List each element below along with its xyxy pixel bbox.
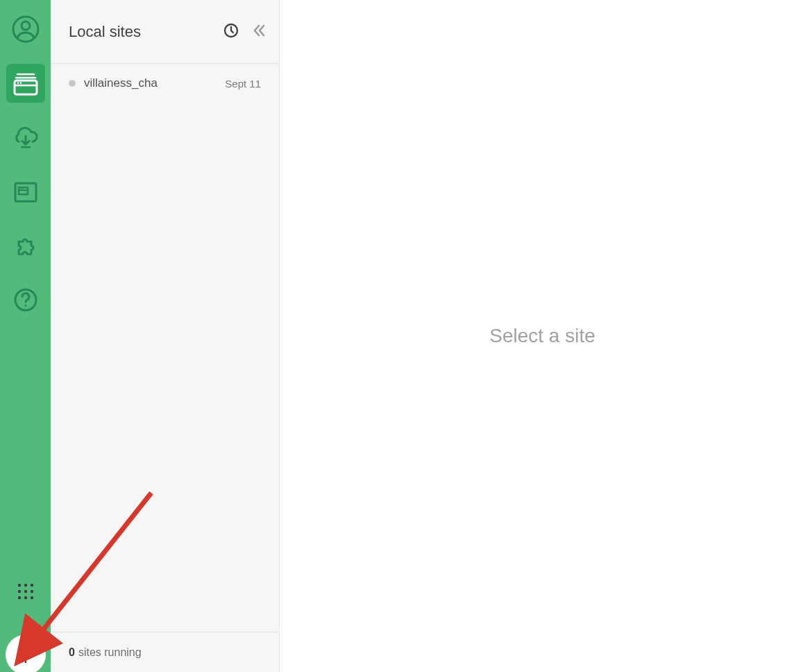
clock-icon — [223, 23, 239, 41]
help-icon — [13, 287, 38, 312]
nav-blueprints[interactable] — [6, 172, 45, 211]
running-label: sites running — [78, 646, 142, 659]
add-site-button[interactable] — [6, 635, 46, 672]
nav-rail — [0, 0, 51, 672]
running-count: 0 — [69, 646, 75, 659]
status-dot-icon — [69, 80, 76, 87]
site-name: villainess_cha — [84, 76, 225, 90]
svg-point-1 — [22, 22, 30, 30]
svg-point-24 — [30, 596, 33, 599]
svg-point-7 — [19, 82, 22, 84]
blueprint-icon — [12, 178, 40, 205]
chevron-left-double-icon — [251, 23, 266, 41]
svg-point-17 — [24, 584, 26, 587]
nav-menu-grid[interactable] — [6, 573, 45, 612]
site-row[interactable]: villainess_cha Sept 11 — [51, 64, 279, 103]
site-list-panel: Local sites — [51, 0, 280, 672]
grid-icon — [16, 582, 35, 604]
browser-icon — [12, 69, 40, 97]
profile-icon — [12, 15, 40, 43]
panel-footer: 0 sites running — [51, 632, 279, 672]
svg-point-6 — [17, 82, 19, 84]
svg-point-21 — [30, 590, 33, 593]
panel-title: Local sites — [69, 23, 223, 41]
svg-point-12 — [20, 188, 22, 190]
svg-point-19 — [17, 590, 20, 593]
svg-point-20 — [24, 590, 26, 593]
main-area: Select a site — [280, 0, 805, 672]
svg-point-13 — [22, 188, 24, 190]
collapse-panel-button[interactable] — [251, 23, 266, 41]
site-date: Sept 11 — [225, 78, 261, 90]
svg-point-22 — [17, 596, 20, 599]
svg-point-18 — [30, 584, 33, 587]
svg-point-23 — [24, 596, 26, 599]
plus-icon — [14, 643, 37, 666]
nav-profile[interactable] — [6, 10, 45, 49]
recent-sites-button[interactable] — [223, 23, 239, 41]
empty-state-text: Select a site — [489, 325, 595, 347]
nav-help[interactable] — [6, 280, 45, 319]
nav-addons[interactable] — [6, 226, 45, 265]
panel-header: Local sites — [51, 0, 279, 64]
cloud-download-icon — [12, 124, 40, 151]
svg-point-15 — [24, 304, 26, 306]
svg-point-16 — [17, 584, 20, 587]
nav-sites[interactable] — [6, 64, 45, 103]
puzzle-icon — [12, 232, 40, 260]
nav-cloud[interactable] — [6, 118, 45, 157]
site-list: villainess_cha Sept 11 — [51, 64, 279, 632]
